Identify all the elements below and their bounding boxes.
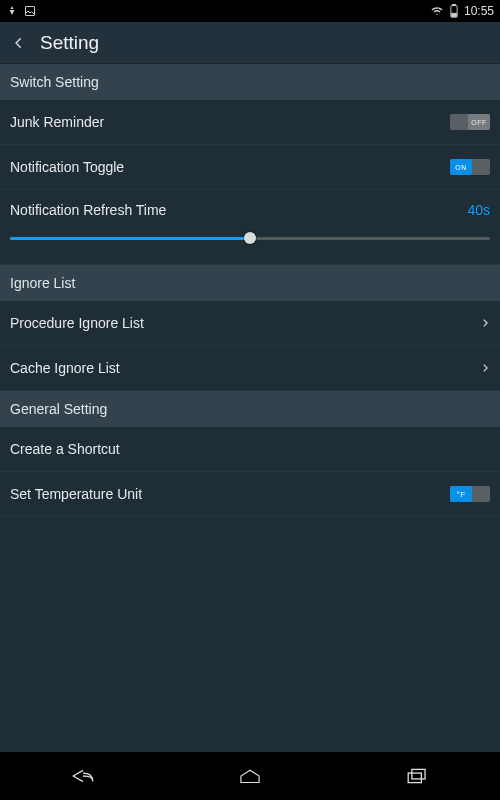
temperature-unit-toggle[interactable]: °F bbox=[450, 486, 490, 502]
section-general-setting: General Setting bbox=[0, 391, 500, 427]
nav-home-button[interactable] bbox=[220, 760, 280, 792]
row-label: Procedure Ignore List bbox=[10, 315, 480, 331]
back-button[interactable] bbox=[12, 33, 26, 53]
section-ignore-list: Ignore List bbox=[0, 265, 500, 301]
refresh-time-slider[interactable] bbox=[10, 228, 490, 248]
row-set-temperature-unit[interactable]: Set Temperature Unit °F bbox=[0, 472, 500, 517]
battery-icon bbox=[450, 4, 458, 18]
slider-track-fill bbox=[10, 237, 250, 240]
slider-thumb[interactable] bbox=[244, 232, 256, 244]
app-header: Setting bbox=[0, 22, 500, 64]
row-cache-ignore-list[interactable]: Cache Ignore List bbox=[0, 346, 500, 391]
svg-rect-4 bbox=[408, 773, 421, 783]
settings-content: Switch Setting Junk Reminder OFF Notific… bbox=[0, 64, 500, 752]
page-title: Setting bbox=[40, 32, 99, 54]
row-label: Cache Ignore List bbox=[10, 360, 480, 376]
svg-rect-5 bbox=[412, 769, 425, 779]
svg-rect-3 bbox=[452, 13, 457, 16]
chevron-right-icon bbox=[480, 361, 490, 375]
toggle-state: OFF bbox=[468, 114, 490, 130]
row-junk-reminder[interactable]: Junk Reminder OFF bbox=[0, 100, 500, 145]
row-notification-toggle[interactable]: Notification Toggle ON bbox=[0, 145, 500, 190]
row-refresh-time: Notification Refresh Time 40s bbox=[0, 190, 500, 265]
status-time: 10:55 bbox=[464, 4, 494, 18]
system-nav-bar bbox=[0, 752, 500, 800]
chevron-right-icon bbox=[480, 316, 490, 330]
row-procedure-ignore-list[interactable]: Procedure Ignore List bbox=[0, 301, 500, 346]
toggle-state: ON bbox=[450, 159, 472, 175]
refresh-time-value: 40s bbox=[467, 202, 490, 218]
notification-toggle[interactable]: ON bbox=[450, 159, 490, 175]
svg-rect-0 bbox=[26, 7, 35, 16]
gallery-icon bbox=[24, 5, 36, 17]
row-label: Notification Refresh Time bbox=[10, 202, 467, 218]
row-label: Set Temperature Unit bbox=[10, 486, 450, 502]
app-indicator-icon bbox=[6, 5, 18, 17]
row-label: Notification Toggle bbox=[10, 159, 450, 175]
row-label: Junk Reminder bbox=[10, 114, 450, 130]
status-bar: 10:55 bbox=[0, 0, 500, 22]
row-create-shortcut[interactable]: Create a Shortcut bbox=[0, 427, 500, 472]
toggle-state: °F bbox=[450, 486, 472, 502]
junk-reminder-toggle[interactable]: OFF bbox=[450, 114, 490, 130]
wifi-icon bbox=[430, 5, 444, 17]
row-label: Create a Shortcut bbox=[10, 441, 490, 457]
nav-back-button[interactable] bbox=[53, 760, 113, 792]
svg-rect-2 bbox=[452, 4, 455, 6]
nav-recent-button[interactable] bbox=[387, 760, 447, 792]
section-switch-setting: Switch Setting bbox=[0, 64, 500, 100]
